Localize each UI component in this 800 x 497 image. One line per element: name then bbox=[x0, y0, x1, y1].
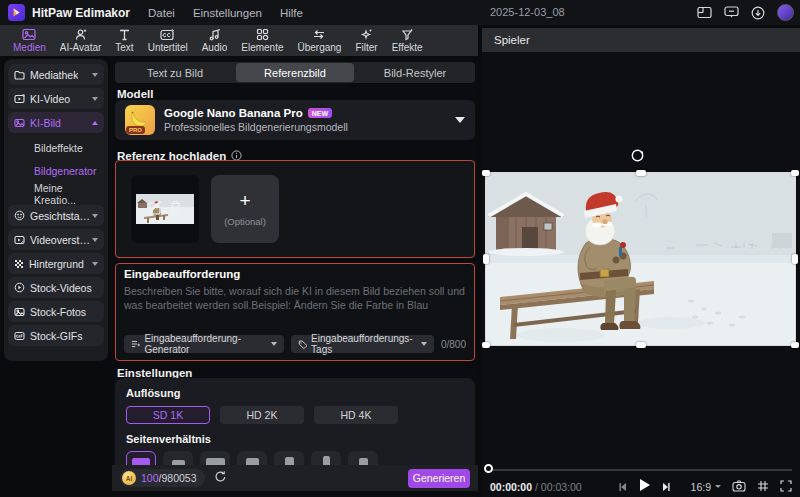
sidebar-item-stock-videos[interactable]: Stock-Videos bbox=[8, 277, 104, 298]
app-logo-icon bbox=[8, 4, 25, 21]
resize-handle-bottom[interactable] bbox=[636, 342, 646, 348]
chevron-down-icon bbox=[271, 342, 277, 346]
grid-icon[interactable] bbox=[757, 478, 769, 496]
chevron-down-icon bbox=[92, 262, 98, 266]
tab-ai-avatar[interactable]: AI-Avatar bbox=[53, 25, 109, 56]
chevron-down-icon bbox=[455, 117, 465, 123]
playhead[interactable] bbox=[484, 464, 493, 473]
model-pro-badge: PRO bbox=[126, 126, 145, 134]
chevron-down-icon bbox=[92, 238, 98, 242]
resize-handle-right[interactable] bbox=[792, 254, 798, 264]
chevron-down-icon bbox=[421, 342, 427, 346]
resize-handle-bottom-left[interactable] bbox=[482, 342, 490, 348]
optional-label: (Optional) bbox=[224, 216, 266, 227]
prompt-tags-button[interactable]: Eingabeaufforderungs-Tags bbox=[291, 335, 434, 353]
prompt-generator-button[interactable]: Eingabeaufforderung-Generator bbox=[124, 335, 284, 353]
sidebar-item-ki-bild[interactable]: KI-Bild bbox=[8, 112, 104, 133]
credits-total: /980053 bbox=[159, 472, 197, 484]
feedback-icon[interactable] bbox=[724, 6, 739, 19]
resize-handle-top-right[interactable] bbox=[791, 170, 799, 176]
tab-filter[interactable]: Filter bbox=[348, 25, 384, 56]
image-generator-panel: Text zu Bild Referenzbild Bild-Restyler … bbox=[112, 59, 478, 497]
player-title: Spieler bbox=[494, 34, 530, 46]
step-forward-icon[interactable] bbox=[661, 478, 671, 496]
prompt-label: Eingabeaufforderung bbox=[124, 268, 466, 280]
refresh-icon[interactable] bbox=[214, 469, 227, 487]
tab-untertitel[interactable]: Untertitel bbox=[141, 25, 195, 56]
sidebar-item-ki-video[interactable]: KI-Video bbox=[8, 88, 104, 109]
tab-text[interactable]: Text bbox=[108, 25, 140, 56]
sidebar: Mediathek KI-Video KI-Bild Bildeffekte B… bbox=[4, 59, 108, 361]
sidebar-subitem-meine-kreationen[interactable]: Meine Kreatio... bbox=[8, 182, 104, 205]
player-canvas[interactable] bbox=[482, 52, 800, 497]
tab-text-zu-bild[interactable]: Text zu Bild bbox=[116, 63, 234, 82]
reference-thumbnail[interactable] bbox=[131, 175, 199, 243]
media-toolbar: Medien AI-Avatar Text Untertitel Audio E… bbox=[0, 25, 478, 56]
generator-tabbar: Text zu Bild Referenzbild Bild-Restyler bbox=[115, 62, 475, 83]
sidebar-item-mediathek[interactable]: Mediathek bbox=[8, 64, 104, 85]
resize-handle-top[interactable] bbox=[636, 170, 646, 176]
prompt-box: Eingabeaufforderung Eingabeaufforderung-… bbox=[115, 263, 475, 361]
edit-reference-icon[interactable] bbox=[148, 200, 163, 219]
total-time: 00:03:00 bbox=[541, 481, 582, 493]
chevron-down-icon bbox=[92, 97, 98, 101]
snapshot-icon[interactable] bbox=[732, 478, 746, 496]
delete-reference-icon[interactable] bbox=[169, 200, 182, 218]
tab-effekte[interactable]: Effekte bbox=[385, 25, 430, 56]
sidebar-item-stock-fotos[interactable]: Stock-Fotos bbox=[8, 301, 104, 322]
tab-audio[interactable]: Audio bbox=[195, 25, 235, 56]
credits-used: 100 bbox=[141, 472, 159, 484]
menu-einstellungen[interactable]: Einstellungen bbox=[193, 7, 262, 19]
aspect-ratio-selector[interactable]: 16:9 bbox=[691, 481, 721, 493]
sidebar-subitem-bildgenerator[interactable]: Bildgenerator bbox=[8, 159, 104, 182]
aspect-ratio-label: Seitenverhältnis bbox=[126, 433, 464, 445]
resolution-hd-2k[interactable]: HD 2K bbox=[220, 406, 304, 424]
generate-button[interactable]: Generieren bbox=[408, 469, 470, 488]
resolution-label: Auflösung bbox=[126, 387, 464, 399]
layout-panels-icon[interactable] bbox=[697, 6, 712, 19]
resize-handle-top-left[interactable] bbox=[482, 170, 490, 176]
current-time: 00:00:00 bbox=[490, 481, 532, 493]
fullscreen-icon[interactable] bbox=[780, 478, 792, 496]
sidebar-item-gesichtstausch[interactable]: Gesichtstausch bbox=[8, 205, 104, 226]
tab-referenzbild[interactable]: Referenzbild bbox=[236, 63, 354, 82]
sidebar-item-hintergrund[interactable]: Hintergrund bbox=[8, 253, 104, 274]
tab-elemente[interactable]: Elemente bbox=[234, 25, 290, 56]
coin-icon: AI bbox=[122, 471, 136, 485]
model-section-label: Modell bbox=[117, 88, 153, 100]
resolution-hd-4k[interactable]: HD 4K bbox=[314, 406, 398, 424]
char-count: 0/800 bbox=[441, 339, 466, 350]
download-icon[interactable] bbox=[751, 6, 765, 20]
sidebar-item-videoverstaerker[interactable]: Videoverstärk... bbox=[8, 229, 104, 250]
santa-winter-illustration bbox=[486, 173, 795, 345]
add-optional-reference-button[interactable]: + (Optional) bbox=[211, 175, 279, 243]
playback-progress-bar[interactable] bbox=[488, 469, 792, 471]
prompt-input[interactable] bbox=[124, 284, 468, 320]
sidebar-subitem-bildeffekte[interactable]: Bildeffekte bbox=[8, 136, 104, 159]
step-back-icon[interactable] bbox=[618, 478, 628, 496]
selected-clip-image[interactable] bbox=[486, 173, 795, 345]
rotate-handle-icon[interactable] bbox=[630, 148, 645, 167]
player-panel: Spieler bbox=[482, 28, 800, 497]
resolution-sd-1k[interactable]: SD 1K bbox=[126, 406, 210, 424]
model-selector[interactable]: PRO Google Nano Banana Pro NEW Professio… bbox=[115, 100, 475, 140]
reference-upload-box: + (Optional) bbox=[115, 160, 475, 258]
resize-handle-left[interactable] bbox=[483, 254, 489, 264]
generator-footer: AI 100 /980053 Generieren bbox=[112, 465, 478, 491]
user-avatar[interactable] bbox=[777, 4, 794, 21]
app-window: HitPaw Edimakor Datei Einstellungen Hilf… bbox=[0, 0, 800, 497]
chevron-down-icon bbox=[92, 73, 98, 77]
sidebar-item-stock-gifs[interactable]: Stock-GIFs bbox=[8, 325, 104, 346]
model-description: Professionelles Bildgenerierungsmodell bbox=[164, 121, 455, 133]
chevron-down-icon bbox=[715, 485, 721, 488]
play-icon[interactable] bbox=[638, 478, 651, 496]
menu-hilfe[interactable]: Hilfe bbox=[280, 7, 303, 19]
menu-datei[interactable]: Datei bbox=[148, 7, 175, 19]
tab-medien[interactable]: Medien bbox=[6, 25, 53, 56]
resize-handle-bottom-right[interactable] bbox=[791, 342, 799, 348]
model-new-badge: NEW bbox=[308, 108, 332, 118]
tab-bild-restyler[interactable]: Bild-Restyler bbox=[356, 63, 474, 82]
player-controls: 00:00:00 / 00:03:00 16:9 bbox=[482, 476, 800, 497]
tab-uebergang[interactable]: Übergang bbox=[291, 25, 349, 56]
plus-icon: + bbox=[239, 191, 250, 210]
